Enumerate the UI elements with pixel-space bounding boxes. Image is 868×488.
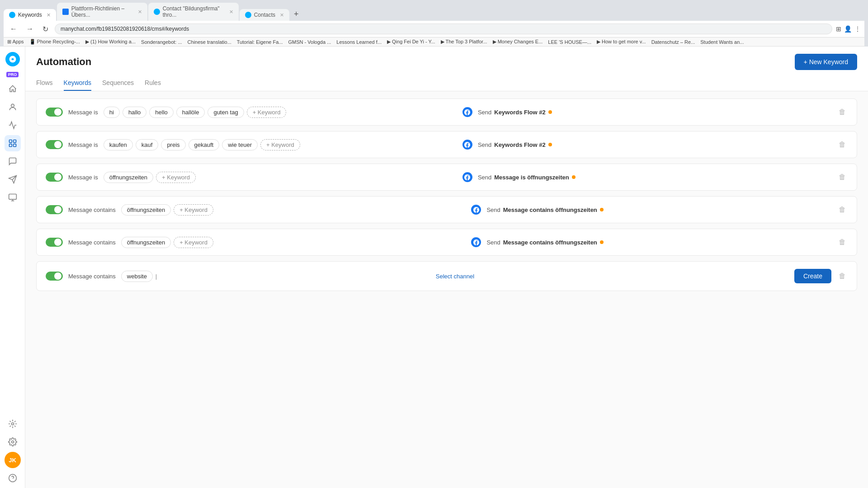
settings-button[interactable]: ⋮ — [854, 25, 861, 33]
toggle-row6[interactable] — [46, 272, 63, 281]
tab-label-contact: Contact "Bildungsfirma" thro... — [163, 5, 225, 18]
keyword-tag-wieteuer[interactable]: wie teuer — [222, 139, 258, 150]
sidebar-icon-integrations[interactable] — [5, 416, 21, 432]
new-keyword-button[interactable]: + New Keyword — [795, 54, 857, 70]
keyword-tag-kaufen[interactable]: kaufen — [104, 139, 133, 150]
tab-bar: Keywords ✕ Plattform-Richtlinien – Übers… — [4, 3, 864, 21]
browser-tab-contact[interactable]: Contact "Bildungsfirma" thro... ✕ — [148, 3, 239, 21]
flow-name-row5[interactable]: Message contains öffnungszeiten — [503, 239, 597, 246]
flow-name-row2[interactable]: Keywords Flow #2 — [494, 141, 545, 148]
browser-tab-contacts[interactable]: Contacts ✕ — [240, 9, 289, 21]
browser-chrome: Keywords ✕ Plattform-Richtlinien – Übers… — [0, 0, 868, 47]
keyword-tag-hi[interactable]: hi — [104, 107, 120, 118]
tab-favicon-contact — [154, 9, 160, 15]
toggle-row2[interactable] — [46, 140, 63, 149]
create-button[interactable]: Create — [794, 269, 831, 283]
keyword-tag-hallo[interactable]: hallo — [123, 107, 146, 118]
keyword-tag-hello[interactable]: hello — [149, 107, 173, 118]
keyword-tag-oeffnungszeiten-5[interactable]: öffnungszeiten — [121, 237, 171, 248]
sidebar-icon-messages[interactable] — [5, 153, 21, 169]
add-keyword-btn-row2[interactable]: + Keyword — [260, 139, 300, 150]
add-keyword-btn-row1[interactable]: + Keyword — [247, 107, 287, 118]
tab-rules[interactable]: Rules — [145, 75, 161, 91]
bookmark-1[interactable]: 📱 Phone Recycling-... — [29, 39, 80, 45]
flow-name-row4[interactable]: Message contains öffnungszeiten — [503, 206, 597, 213]
sidebar-icon-help[interactable] — [5, 470, 21, 486]
keyword-tag-oeffnungszeiten-4[interactable]: öffnungszeiten — [121, 204, 171, 216]
bookmark-10[interactable]: ▶ Money Changes E... — [493, 39, 543, 45]
sidebar-icon-settings[interactable] — [5, 434, 21, 450]
bookmark-apps[interactable]: ⊞ Apps — [7, 39, 24, 45]
bookmark-14[interactable]: Student Wants an... — [700, 39, 744, 45]
flow-name-row3[interactable]: Message is öffnungszeiten — [494, 174, 569, 181]
delete-btn-row1[interactable]: 🗑 — [837, 106, 848, 118]
sidebar-icon-analytics[interactable] — [5, 189, 21, 206]
toggle-row4[interactable] — [46, 205, 63, 214]
add-keyword-btn-row3[interactable]: + Keyword — [156, 172, 196, 183]
keyword-tag-kauf[interactable]: kauf — [136, 139, 159, 150]
delete-btn-row6[interactable]: 🗑 — [837, 270, 848, 282]
status-dot-row1 — [548, 110, 552, 114]
bookmark-9[interactable]: ▶ The Top 3 Platfor... — [441, 39, 487, 45]
keyword-tag-preis[interactable]: preis — [161, 139, 185, 150]
delete-btn-row5[interactable]: 🗑 — [837, 236, 848, 248]
profile-button[interactable]: 👤 — [844, 25, 852, 33]
tab-keywords[interactable]: Keywords — [64, 75, 91, 91]
forward-button[interactable]: → — [24, 24, 36, 34]
sidebar-icon-growth[interactable] — [5, 117, 21, 133]
browser-tab-plattform[interactable]: Plattform-Richtlinien – Übers... ✕ — [57, 3, 147, 21]
bookmark-11[interactable]: LEE 'S HOUSE—... — [548, 39, 591, 45]
back-button[interactable]: ← — [7, 24, 20, 34]
bookmark-2[interactable]: ▶ (1) How Working a... — [85, 39, 136, 45]
bookmark-6[interactable]: GMSN - Vologda ... — [288, 39, 331, 45]
delete-btn-row2[interactable]: 🗑 — [837, 139, 848, 150]
extensions-button[interactable]: ⊞ — [836, 25, 841, 33]
toggle-row3[interactable] — [46, 173, 63, 182]
bookmark-7[interactable]: Lessons Learned f... — [336, 39, 382, 45]
tab-favicon-plattform — [62, 9, 69, 15]
sidebar-icon-home[interactable] — [5, 81, 21, 97]
url-bar[interactable]: manychat.com/fb1981502081920618/cms#/key… — [55, 23, 832, 34]
tab-favicon-keywords — [9, 12, 15, 18]
tab-close-contacts[interactable]: ✕ — [280, 12, 284, 18]
bookmark-5[interactable]: Tutorial: Eigene Fa... — [237, 39, 283, 45]
bookmark-13[interactable]: Datenschutz – Re... — [651, 39, 695, 45]
sidebar-icon-contacts[interactable] — [5, 99, 21, 115]
condition-label-row4: Message contains — [68, 206, 116, 213]
bookmark-3[interactable]: Sonderangebot: ... — [141, 39, 182, 45]
bookmark-8[interactable]: ▶ Qing Fei De Yi - Y... — [387, 39, 435, 45]
delete-btn-row4[interactable]: 🗑 — [837, 204, 848, 216]
tab-close-contact[interactable]: ✕ — [229, 9, 233, 15]
condition-label-row6: Message contains — [68, 273, 116, 280]
toggle-row5[interactable] — [46, 238, 63, 247]
keyword-tag-gutentag[interactable]: guten tag — [208, 107, 244, 118]
sidebar-icon-automation[interactable] — [5, 135, 21, 151]
tab-sequences[interactable]: Sequences — [102, 75, 134, 91]
tab-flows[interactable]: Flows — [36, 75, 53, 91]
toggle-row1[interactable] — [46, 108, 63, 117]
bookmark-4[interactable]: Chinese translatio... — [188, 39, 231, 45]
keyword-tag-gekauft[interactable]: gekauft — [189, 139, 220, 150]
keyword-tag-website[interactable]: website — [121, 271, 153, 282]
keyword-tag-oeffnungszeiten-3[interactable]: öffnungszeiten — [104, 172, 153, 183]
sidebar-icon-profile[interactable]: JK — [5, 452, 21, 468]
select-channel-button[interactable]: Select channel — [436, 273, 474, 280]
delete-btn-row3[interactable]: 🗑 — [837, 171, 848, 183]
bookmark-12[interactable]: ▶ How to get more v... — [597, 39, 646, 45]
keyword-tag-halloele[interactable]: hallöle — [176, 107, 205, 118]
send-section-row1: Send Keywords Flow #2 — [478, 109, 831, 116]
send-section-row5: Send Message contains öffnungszeiten — [486, 239, 831, 246]
new-tab-button[interactable]: + — [290, 8, 302, 21]
tab-close-plattform[interactable]: ✕ — [138, 9, 142, 15]
send-label-row2: Send — [478, 141, 491, 148]
browser-tab-keywords[interactable]: Keywords ✕ — [4, 9, 56, 21]
add-keyword-btn-row4[interactable]: + Keyword — [174, 204, 213, 216]
reload-button[interactable]: ↻ — [40, 24, 51, 34]
sidebar-icon-send[interactable] — [5, 171, 21, 188]
tab-close-keywords[interactable]: ✕ — [47, 12, 51, 18]
app-logo[interactable] — [5, 52, 20, 66]
keywords-group-row3: öffnungszeiten + Keyword — [104, 172, 457, 183]
flow-name-row1[interactable]: Keywords Flow #2 — [494, 109, 545, 116]
condition-label-row5: Message contains — [68, 239, 116, 246]
add-keyword-btn-row5[interactable]: + Keyword — [174, 237, 213, 248]
